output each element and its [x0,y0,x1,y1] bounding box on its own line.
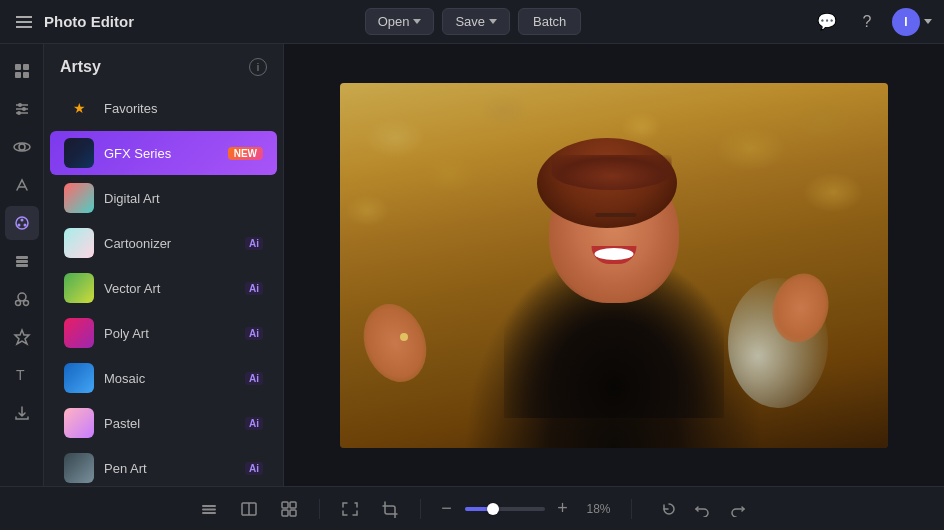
thumb-pastel [64,408,94,438]
label-pastel: Pastel [104,416,235,431]
canvas-area [284,44,944,486]
redo-button[interactable] [722,494,752,524]
divider2 [420,499,421,519]
save-button[interactable]: Save [442,8,510,35]
svg-rect-2 [15,72,21,78]
history-controls [654,494,752,524]
open-chevron-icon [413,19,421,24]
batch-button[interactable]: Batch [518,8,581,35]
help-icon[interactable]: ? [852,7,882,37]
compare-icon[interactable] [233,493,265,525]
thumb-poly-art [64,318,94,348]
sidebar-item-objects[interactable] [5,282,39,316]
badge-vector-art: Ai [245,282,263,295]
svg-point-15 [23,224,26,227]
zoom-out-button[interactable]: − [435,497,459,521]
list-item-pastel[interactable]: PastelAi [50,401,277,445]
badge-gfx-series: NEW [228,147,263,160]
sidebar-item-effects[interactable] [5,320,39,354]
list-item-cartoonizer[interactable]: CartoonizerAi [50,221,277,265]
thumb-gfx-series [64,138,94,168]
app-title: Photo Editor [44,13,134,30]
sidebar-item-view[interactable] [5,130,39,164]
panel-list: ★ Favorites GFX SeriesNEWDigital ArtCart… [44,86,283,486]
list-item-digital-art[interactable]: Digital Art [50,176,277,220]
open-button[interactable]: Open [365,8,435,35]
svg-point-20 [18,293,26,301]
artsy-panel: Artsy i ★ Favorites GFX SeriesNEWDigital… [44,44,284,486]
star-icon: ★ [73,100,86,116]
sidebar-item-export[interactable] [5,396,39,430]
undo-button[interactable] [688,494,718,524]
label-cartoonizer: Cartoonizer [104,236,235,251]
zoom-slider[interactable] [465,507,545,511]
svg-rect-0 [15,64,21,70]
svg-rect-1 [23,64,29,70]
sidebar-item-adjustments[interactable] [5,92,39,126]
svg-rect-30 [282,502,288,508]
list-item-poly-art[interactable]: Poly ArtAi [50,311,277,355]
svg-point-22 [23,301,28,306]
favorites-label: Favorites [104,101,157,116]
crop-icon[interactable] [374,493,406,525]
label-pen-art: Pen Art [104,461,235,476]
sidebar-item-artsy[interactable] [5,206,39,240]
list-item-pen-art[interactable]: Pen ArtAi [50,446,277,486]
label-mosaic: Mosaic [104,371,235,386]
thumb-digital-art [64,183,94,213]
info-icon[interactable]: i [249,58,267,76]
svg-text:T: T [16,367,25,383]
user-chevron-icon [924,19,932,24]
list-item-vector-art[interactable]: Vector ArtAi [50,266,277,310]
list-item-favorites[interactable]: ★ Favorites [50,86,277,130]
svg-rect-32 [282,510,288,516]
sidebar-item-layers[interactable] [5,244,39,278]
header-center: Open Save Batch [134,8,812,35]
thumb-pen-art [64,453,94,483]
svg-point-14 [20,219,23,222]
svg-point-5 [18,103,22,107]
badge-pen-art: Ai [245,462,263,475]
svg-point-21 [15,301,20,306]
svg-rect-33 [290,510,296,516]
label-poly-art: Poly Art [104,326,235,341]
label-gfx-series: GFX Series [104,146,218,161]
svg-point-16 [17,224,20,227]
grid-icon[interactable] [273,493,305,525]
svg-rect-31 [290,502,296,508]
save-chevron-icon [489,19,497,24]
avatar[interactable]: I [892,8,920,36]
zoom-in-button[interactable]: + [551,497,575,521]
bottom-toolbar: − + 18% [0,486,944,530]
fit-screen-icon[interactable] [334,493,366,525]
svg-marker-23 [15,330,29,344]
canvas-image [340,83,888,448]
svg-rect-27 [202,512,216,514]
left-sidebar: T [0,44,44,486]
zoom-control: − + 18% [435,497,617,521]
svg-rect-17 [16,256,28,259]
svg-rect-3 [23,72,29,78]
thumb-mosaic [64,363,94,393]
reset-icon[interactable] [654,494,684,524]
label-digital-art: Digital Art [104,191,263,206]
zoom-thumb[interactable] [487,503,499,515]
sidebar-item-retouch[interactable] [5,168,39,202]
sidebar-item-home[interactable] [5,54,39,88]
svg-point-9 [17,111,21,115]
user-avatar-wrapper[interactable]: I [892,8,932,36]
layers-toggle-icon[interactable] [193,493,225,525]
chat-icon[interactable]: 💬 [812,7,842,37]
main-content: T Artsy i ★ Favorites GFX SeriesNEWDigit… [0,44,944,486]
header-right: 💬 ? I [812,7,932,37]
menu-icon[interactable] [12,12,36,32]
sidebar-item-text[interactable]: T [5,358,39,392]
list-item-mosaic[interactable]: MosaicAi [50,356,277,400]
svg-rect-26 [202,508,216,510]
badge-cartoonizer: Ai [245,237,263,250]
panel-header: Artsy i [44,44,283,86]
badge-poly-art: Ai [245,327,263,340]
list-item-gfx-series[interactable]: GFX SeriesNEW [50,131,277,175]
header: Photo Editor Open Save Batch 💬 ? I [0,0,944,44]
label-vector-art: Vector Art [104,281,235,296]
